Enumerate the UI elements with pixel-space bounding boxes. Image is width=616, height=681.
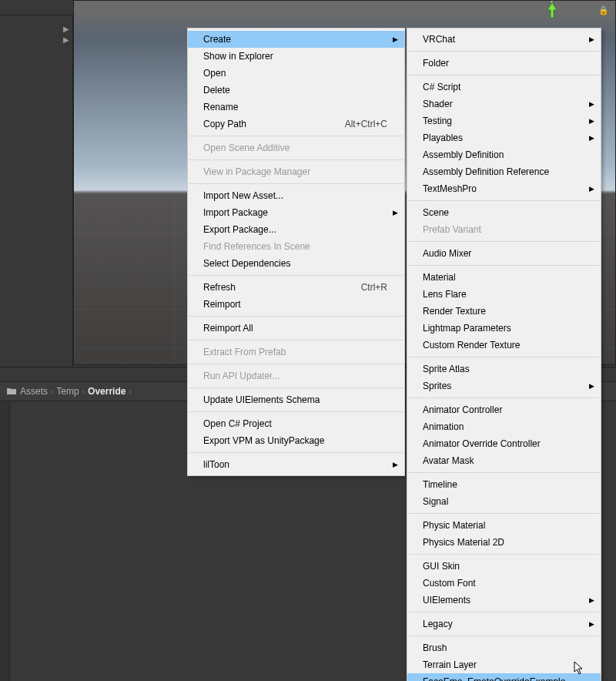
breadcrumb-item[interactable]: Temp	[56, 386, 79, 397]
menu-label: Update UIElements Schema	[203, 394, 320, 405]
menu-item-scene[interactable]: Scene	[407, 204, 601, 221]
menu-item-import-package[interactable]: Import Package ▶	[188, 204, 404, 221]
menu-item-show-in-explorer[interactable]: Show in Explorer	[188, 48, 404, 65]
submenu-arrow-icon: ▶	[589, 116, 594, 126]
menu-separator	[189, 411, 403, 412]
menu-separator	[408, 200, 600, 201]
menu-label: Audio Mixer	[423, 248, 471, 259]
submenu-arrow-icon: ▶	[589, 619, 594, 629]
lock-icon[interactable]: 🔒	[598, 5, 609, 15]
menu-label: Open	[203, 68, 226, 79]
submenu-arrow-icon: ▶	[589, 34, 594, 45]
menu-label: Sprites	[423, 381, 451, 391]
menu-item-lens-flare[interactable]: Lens Flare	[407, 286, 601, 303]
menu-item-shader[interactable]: Shader▶	[407, 96, 601, 112]
submenu-arrow-icon: ▶	[393, 207, 398, 218]
menu-item-delete[interactable]: Delete	[188, 82, 404, 99]
menu-item-assembly-definition[interactable]: Assembly Definition	[407, 146, 601, 163]
menu-item-open[interactable]: Open	[188, 65, 404, 82]
menu-item-open-scene-additive: Open Scene Additive	[188, 139, 404, 156]
menu-label: Physic Material	[423, 520, 485, 531]
menu-label: Testing	[423, 116, 452, 126]
menu-item-brush[interactable]: Brush	[407, 639, 601, 656]
menu-label: Animation	[423, 421, 464, 432]
menu-separator	[408, 357, 600, 357]
chevron-right-icon: ›	[129, 387, 131, 396]
menu-item-physic-material[interactable]: Physic Material	[407, 517, 601, 534]
menu-item-rename[interactable]: Rename	[188, 99, 404, 116]
menu-label: Animator Override Controller	[423, 438, 541, 449]
menu-item-assembly-definition-ref[interactable]: Assembly Definition Reference	[407, 163, 601, 180]
menu-item-avatar-mask[interactable]: Avatar Mask	[407, 452, 601, 469]
menu-item-uielements[interactable]: UIElements▶	[407, 592, 601, 609]
menu-item-update-uielements-schema[interactable]: Update UIElements Schema	[188, 391, 404, 408]
menu-item-material[interactable]: Material	[407, 269, 601, 286]
menu-item-sprite-atlas[interactable]: Sprite Atlas	[407, 361, 601, 377]
menu-item-sprites[interactable]: Sprites▶	[407, 377, 601, 394]
menu-label: TextMeshPro	[423, 183, 477, 194]
menu-label: View in Package Manager	[203, 166, 310, 177]
menu-separator	[189, 275, 403, 276]
menu-item-custom-font[interactable]: Custom Font	[407, 575, 601, 592]
menu-item-legacy[interactable]: Legacy▶	[407, 616, 601, 632]
menu-item-animator-override-controller[interactable]: Animator Override Controller	[407, 435, 601, 452]
menu-item-terrain-layer[interactable]: Terrain Layer	[407, 656, 601, 673]
menu-item-create[interactable]: Create ▶	[188, 31, 404, 48]
menu-item-lightmap-parameters[interactable]: Lightmap Parameters	[407, 320, 601, 337]
breadcrumb-current[interactable]: Override	[88, 386, 126, 397]
menu-separator	[189, 159, 403, 160]
menu-item-run-api-updater: Run API Updater...	[188, 367, 404, 384]
menu-item-prefab-variant: Prefab Variant	[407, 221, 601, 238]
menu-item-reimport-all[interactable]: Reimport All	[188, 320, 404, 337]
menu-item-textmeshpro[interactable]: TextMeshPro▶	[407, 180, 601, 197]
menu-item-animator-controller[interactable]: Animator Controller	[407, 401, 601, 418]
menu-item-liltoon[interactable]: lilToon ▶	[188, 456, 404, 473]
menu-item-import-new-asset[interactable]: Import New Asset...	[188, 187, 404, 204]
menu-item-audio-mixer[interactable]: Audio Mixer	[407, 245, 601, 262]
menu-label: Lightmap Parameters	[423, 323, 511, 334]
menu-label: Import Package	[203, 207, 268, 218]
menu-item-select-dependencies[interactable]: Select Dependencies	[188, 255, 404, 272]
menu-label: Custom Render Texture	[423, 340, 521, 351]
menu-item-copy-path[interactable]: Copy Path Alt+Ctrl+C	[188, 116, 404, 133]
menu-item-timeline[interactable]: Timeline	[407, 476, 601, 493]
context-menu-create[interactable]: VRChat ▶ Folder C# Script Shader▶ Testin…	[407, 28, 601, 681]
menu-item-view-package-manager: View in Package Manager	[188, 163, 404, 180]
menu-label: Select Dependencies	[203, 258, 290, 269]
menu-separator	[189, 364, 403, 364]
menu-item-physics-material-2d[interactable]: Physics Material 2D	[407, 534, 601, 551]
menu-item-open-csharp-project[interactable]: Open C# Project	[188, 415, 404, 432]
menu-item-cs-script[interactable]: C# Script	[407, 79, 601, 96]
submenu-arrow-icon: ▶	[589, 183, 594, 194]
menu-item-export-vpm[interactable]: Export VPM as UnityPackage	[188, 432, 404, 449]
menu-item-signal[interactable]: Signal	[407, 493, 601, 510]
menu-item-vrchat[interactable]: VRChat ▶	[407, 31, 601, 48]
menu-item-playables[interactable]: Playables▶	[407, 129, 601, 146]
menu-item-folder[interactable]: Folder	[407, 55, 601, 72]
menu-item-faceemo-override[interactable]: FaceEmo_EmoteOverrideExample	[407, 673, 601, 681]
orientation-gizmo-y-icon[interactable]: y	[543, 1, 561, 19]
menu-label: Reimport All	[203, 323, 253, 334]
context-menu-assets[interactable]: Create ▶ Show in Explorer Open Delete Re…	[187, 28, 405, 476]
menu-label: Lens Flare	[423, 289, 467, 300]
chevron-right-icon[interactable]: ▶	[63, 25, 69, 33]
menu-label: Render Texture	[423, 306, 486, 317]
menu-item-render-texture[interactable]: Render Texture	[407, 303, 601, 320]
menu-item-reimport[interactable]: Reimport	[188, 296, 404, 313]
svg-text:y: y	[551, 1, 554, 2]
menu-label: Export Package...	[203, 224, 276, 235]
menu-item-export-package[interactable]: Export Package...	[188, 221, 404, 238]
chevron-right-icon[interactable]: ▶	[63, 35, 69, 44]
submenu-arrow-icon: ▶	[589, 595, 594, 606]
svg-marker-0	[547, 2, 557, 18]
menu-item-refresh[interactable]: Refresh Ctrl+R	[188, 279, 404, 296]
menu-item-gui-skin[interactable]: GUI Skin	[407, 558, 601, 575]
menu-item-animation[interactable]: Animation	[407, 418, 601, 435]
menu-label: Physics Material 2D	[423, 537, 504, 548]
menu-item-testing[interactable]: Testing▶	[407, 112, 601, 129]
menu-item-custom-render-texture[interactable]: Custom Render Texture	[407, 337, 601, 354]
menu-label: Open C# Project	[203, 418, 272, 429]
breadcrumb-root[interactable]: Assets	[20, 386, 48, 397]
menu-label: Brush	[423, 642, 447, 653]
menu-label: Avatar Mask	[423, 455, 474, 466]
